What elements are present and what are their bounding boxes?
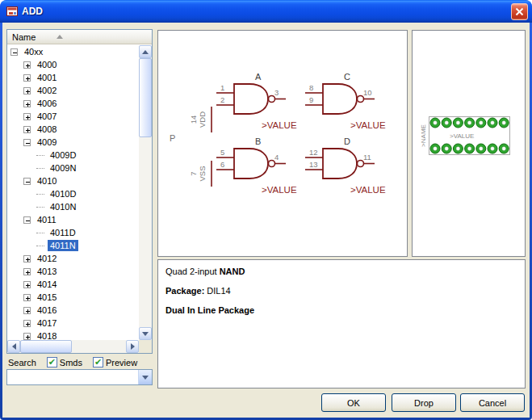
tree-item-label[interactable]: 4012 — [35, 253, 59, 264]
expand-icon[interactable] — [23, 113, 31, 120]
titlebar[interactable]: ADD — [0, 0, 532, 23]
nand-gate-b: 5 6 4 B >VALUE — [216, 136, 297, 195]
expand-icon[interactable] — [23, 126, 31, 133]
nand-body — [323, 149, 357, 178]
cancel-button[interactable]: Cancel — [460, 393, 525, 412]
pad-hole — [467, 121, 471, 124]
tree-item-4011d[interactable]: 4011D — [8, 226, 139, 239]
vertical-scroll-thumb[interactable] — [139, 58, 152, 137]
search-input[interactable] — [7, 370, 138, 384]
tree-item-4001[interactable]: 4001 — [8, 71, 139, 84]
tree-item-4008[interactable]: 4008 — [8, 123, 139, 136]
tree-item-label[interactable]: 4017 — [35, 317, 59, 329]
pin-number: 6 — [220, 160, 224, 169]
nand-body — [234, 149, 268, 178]
tree-item-label[interactable]: 4013 — [35, 266, 59, 277]
expand-icon[interactable] — [23, 74, 31, 82]
tree-item-label[interactable]: 4008 — [35, 124, 59, 135]
scroll-up-button[interactable] — [139, 45, 152, 58]
tree-item-4010[interactable]: 4010 — [8, 174, 139, 187]
expand-icon[interactable] — [23, 100, 31, 107]
tree-item-label[interactable]: 4014 — [35, 279, 59, 290]
tree-horizontal-scrollbar[interactable] — [7, 340, 139, 353]
preview-checkbox[interactable]: ✔ — [93, 357, 103, 368]
description-panel: Quad 2-input NAND Package: DIL14 Dual In… — [157, 259, 526, 388]
search-combobox[interactable] — [6, 369, 153, 385]
tree-item-label[interactable]: 4010D — [48, 188, 78, 200]
collapse-icon[interactable] — [23, 216, 31, 224]
tree-item-4000[interactable]: 4000 — [8, 58, 139, 71]
tree-item-4009d[interactable]: 4009D — [8, 149, 139, 162]
tree-item-label[interactable]: 4009D — [48, 149, 78, 161]
tree-item-4002[interactable]: 4002 — [8, 84, 139, 97]
tree-item-label[interactable]: 4009N — [48, 162, 78, 174]
expand-icon[interactable] — [23, 281, 31, 288]
tree-item-label[interactable]: 4010 — [35, 175, 59, 187]
tree-vertical-scrollbar[interactable] — [139, 45, 152, 340]
tree-item-label[interactable]: 4010N — [48, 201, 78, 212]
tree-item-40xx[interactable]: 40xx — [8, 45, 139, 58]
scroll-down-button[interactable] — [139, 327, 152, 340]
collapse-icon[interactable] — [23, 178, 31, 185]
package-preview-drawing: >VALUE >NAME — [413, 31, 525, 256]
tree-header-name[interactable]: Name — [7, 30, 152, 44]
close-button[interactable] — [511, 3, 528, 20]
tree-item-label[interactable]: 4007 — [35, 111, 59, 122]
tree-item-4018[interactable]: 4018 — [8, 330, 139, 340]
tree-item-4009[interactable]: 4009 — [8, 136, 139, 149]
tree-connector-line — [36, 155, 44, 156]
drop-button[interactable]: Drop — [392, 393, 456, 412]
collapse-icon[interactable] — [10, 48, 18, 56]
scroll-left-button[interactable] — [7, 340, 20, 353]
tree-item-label[interactable]: 4011D — [48, 227, 78, 238]
pad-hole — [502, 147, 505, 150]
scroll-right-button[interactable] — [126, 340, 139, 353]
tree-item-4013[interactable]: 4013 — [8, 265, 139, 278]
tree-item-4016[interactable]: 4016 — [8, 304, 139, 317]
expand-icon[interactable] — [23, 255, 31, 262]
nand-gate-a: 1 2 3 A >VALUE — [216, 72, 297, 130]
expand-icon[interactable] — [23, 320, 31, 327]
expand-icon[interactable] — [23, 294, 31, 301]
tree-item-label[interactable]: 4001 — [35, 72, 59, 83]
tree-item-4012[interactable]: 4012 — [8, 252, 139, 265]
tree-item-label[interactable]: 4016 — [35, 304, 59, 316]
tree-item-label[interactable]: 4015 — [35, 292, 59, 303]
smds-checkbox[interactable]: ✔ — [47, 357, 57, 368]
tree-item-4010n[interactable]: 4010N — [8, 200, 139, 213]
expand-icon[interactable] — [23, 307, 31, 314]
tree-item-label[interactable]: 4018 — [35, 330, 59, 340]
expand-icon[interactable] — [23, 87, 31, 94]
description-title-text: Quad 2-input — [165, 267, 220, 276]
expand-icon[interactable] — [23, 268, 31, 275]
expand-icon[interactable] — [23, 61, 31, 69]
pin-number: 13 — [309, 160, 318, 169]
tree-item-label[interactable]: 4006 — [35, 98, 59, 109]
combo-dropdown-button[interactable] — [138, 370, 152, 384]
tree-connector-line — [36, 168, 44, 169]
tree-item-label[interactable]: 4011 — [35, 214, 59, 225]
tree-item-4007[interactable]: 4007 — [8, 110, 139, 123]
pad-hole — [445, 147, 448, 150]
smds-checkbox-group[interactable]: ✔ Smds — [47, 357, 82, 368]
add-dialog-window: ADD Name 40xx400040014002400640074008400… — [0, 0, 532, 420]
tree-item-4011[interactable]: 4011 — [8, 213, 139, 226]
tree-item-label[interactable]: 4002 — [35, 85, 59, 96]
tree-item-label[interactable]: 4009 — [35, 136, 59, 148]
tree-item-label[interactable]: 40xx — [22, 46, 45, 57]
tree-item-4014[interactable]: 4014 — [8, 278, 139, 291]
expand-icon[interactable] — [23, 333, 31, 340]
description-title-bold: NAND — [220, 267, 245, 276]
tree-item-4011n[interactable]: 4011N — [8, 239, 139, 252]
tree-item-label[interactable]: 4011N — [48, 240, 78, 251]
tree-item-4009n[interactable]: 4009N — [8, 162, 139, 174]
tree-item-4006[interactable]: 4006 — [8, 97, 139, 110]
ok-button[interactable]: OK — [321, 393, 386, 412]
collapse-icon[interactable] — [23, 139, 31, 146]
preview-checkbox-group[interactable]: ✔ Preview — [93, 357, 137, 368]
tree-item-4010d[interactable]: 4010D — [8, 187, 139, 200]
tree-item-label[interactable]: 4000 — [35, 59, 59, 70]
tree-item-4017[interactable]: 4017 — [8, 317, 139, 330]
tree-item-4015[interactable]: 4015 — [8, 291, 139, 304]
horizontal-scroll-thumb[interactable] — [20, 340, 72, 353]
